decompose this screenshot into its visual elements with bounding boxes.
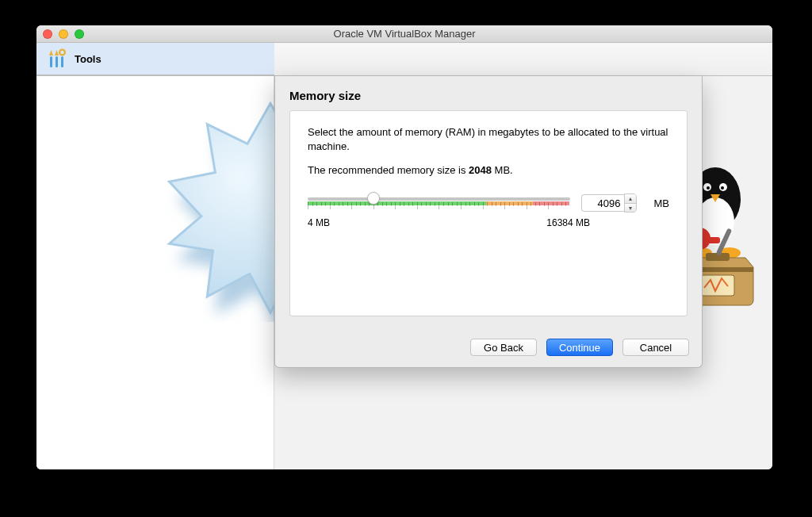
memory-slider[interactable] — [308, 192, 570, 214]
svg-point-9 — [707, 186, 710, 190]
memory-value-input[interactable] — [581, 194, 624, 212]
svg-point-10 — [721, 186, 724, 190]
wizard-body: Select the amount of memory (RAM) in meg… — [289, 110, 688, 316]
svg-rect-1 — [56, 56, 58, 67]
wizard-sheet: Memory size Select the amount of memory … — [274, 76, 703, 368]
svg-rect-0 — [50, 56, 52, 67]
tools-icon — [48, 48, 67, 69]
wizard-title: Memory size — [289, 89, 688, 102]
wizard-recommended: The recommended memory size is 2048 MB. — [308, 164, 669, 176]
memory-unit-label: MB — [654, 197, 670, 209]
minimize-window-button[interactable] — [59, 29, 68, 39]
wizard-buttons: Go Back Continue Cancel — [275, 327, 702, 367]
sidebar-item-tools[interactable]: Tools — [36, 43, 274, 75]
svg-rect-2 — [61, 56, 63, 67]
continue-button[interactable]: Continue — [546, 339, 613, 356]
zoom-window-button[interactable] — [75, 29, 84, 39]
memory-step-up-button[interactable]: ▴ — [625, 194, 636, 203]
close-window-button[interactable] — [43, 29, 52, 39]
go-back-button[interactable]: Go Back — [470, 339, 537, 356]
app-window: Oracle VM VirtualBox Manager Tools — [36, 25, 772, 469]
sidebar-item-label: Tools — [75, 53, 102, 65]
traffic-lights — [43, 29, 84, 39]
toolbar: Tools — [36, 43, 772, 76]
titlebar: Oracle VM VirtualBox Manager — [36, 25, 772, 43]
memory-step-down-button[interactable]: ▾ — [625, 203, 636, 212]
window-title: Oracle VM VirtualBox Manager — [334, 28, 476, 40]
svg-point-3 — [59, 50, 65, 56]
recommended-prefix: The recommended memory size is — [308, 164, 469, 176]
content-area: Memory size Select the amount of memory … — [36, 76, 772, 469]
wizard-description: Select the amount of memory (RAM) in meg… — [308, 125, 669, 153]
slider-max-label: 16384 MB — [546, 217, 590, 228]
recommended-suffix: MB. — [492, 164, 513, 176]
sidebar — [36, 76, 274, 469]
cancel-button[interactable]: Cancel — [622, 339, 689, 356]
memory-stepper: ▴ ▾ — [581, 193, 637, 213]
recommended-value: 2048 — [469, 164, 492, 176]
slider-min-label: 4 MB — [308, 217, 330, 228]
